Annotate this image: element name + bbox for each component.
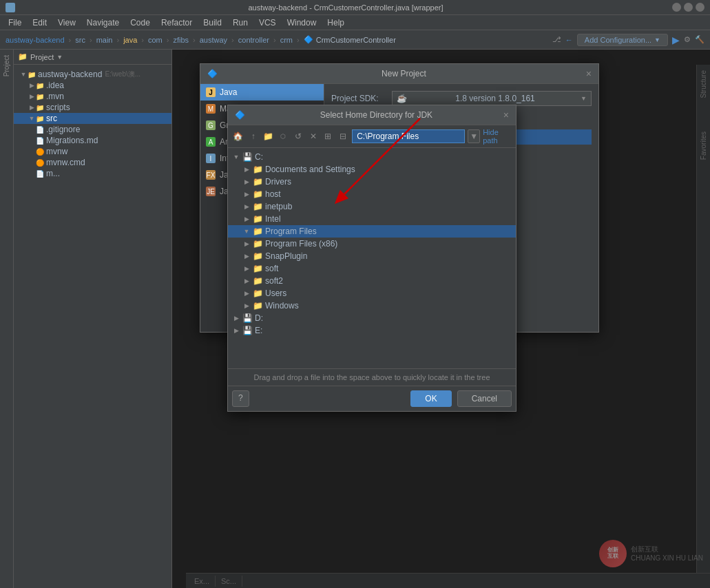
menu-view[interactable]: View [52, 17, 81, 29]
refresh-icon-button[interactable]: ↺ [292, 129, 304, 143]
jdk-close-button[interactable]: × [503, 109, 509, 120]
folder-program-files[interactable]: ▼ 📁 Program Files [228, 225, 516, 238]
nav-up-button[interactable]: ↑ [247, 129, 260, 143]
breadcrumb-root[interactable]: austway-backend [6, 36, 65, 44]
tree-item-gitignore[interactable]: 📄 .gitignore [14, 124, 171, 135]
project-title: Project [30, 53, 54, 61]
nav-home-button[interactable]: 🏠 [232, 129, 244, 143]
expand-icon: ▶ [242, 191, 251, 198]
android-icon: A [206, 137, 216, 147]
copy-button[interactable]: ⊞ [322, 129, 335, 143]
tree-item-label: scripts [46, 103, 70, 112]
menu-edit[interactable]: Edit [27, 17, 52, 29]
path-input[interactable] [352, 129, 465, 143]
breadcrumb-crm[interactable]: crm [280, 36, 293, 44]
nav-back-icon[interactable]: ← [565, 36, 573, 44]
refresh-button[interactable]: ⬡ [277, 129, 289, 143]
vcs-icon[interactable]: ⎇ [552, 35, 561, 44]
folder-label: Documents and Settings [265, 165, 355, 174]
jdk-title: Select Home Directory for JDK [320, 110, 432, 120]
folder-drivers[interactable]: ▶ 📁 Drivers [228, 176, 516, 188]
maximize-button[interactable] [684, 3, 693, 12]
chevron-down-icon: ▼ [581, 95, 587, 102]
breadcrumb-zfibs[interactable]: zfibs [173, 36, 189, 44]
folder-program-files-x86[interactable]: ▶ 📁 Program Files (x86) [228, 238, 516, 250]
folder-inetpub[interactable]: ▶ 📁 inetpub [228, 200, 516, 213]
breadcrumb-com[interactable]: com [148, 36, 163, 44]
hide-path-link[interactable]: Hide path [483, 128, 512, 145]
gradle-icon: G [206, 120, 216, 130]
new-project-close-button[interactable]: × [586, 68, 592, 79]
folder-label: Intel [265, 214, 281, 224]
menu-build[interactable]: Build [198, 17, 227, 29]
drive-c[interactable]: ▼ 💾 C: [228, 151, 516, 163]
build-button[interactable]: 🔨 [695, 35, 704, 44]
tree-root-label: austway-backend [38, 70, 102, 79]
tree-item-src[interactable]: ▼ 📁 src [14, 113, 171, 124]
tree-item-migrations[interactable]: 📄 Migrations.md [14, 135, 171, 146]
tree-item-pom[interactable]: 📄 m... [14, 168, 171, 179]
debug-button[interactable]: ⚙ [684, 35, 691, 44]
breadcrumb-austway[interactable]: austway [200, 36, 227, 44]
close-button[interactable] [696, 3, 704, 12]
java-icon: J [206, 87, 216, 97]
folder-host[interactable]: ▶ 📁 host [228, 188, 516, 200]
tree-item-label: .gitignore [46, 125, 80, 134]
tree-item-mvnw[interactable]: 🟠 mvnw [14, 146, 171, 157]
run-button[interactable]: ▶ [672, 34, 680, 45]
add-configuration-button[interactable]: Add Configuration... ▼ [577, 34, 668, 46]
tree-item-mvn[interactable]: ▶ 📁 .mvn [14, 91, 171, 102]
chevron-down-icon[interactable]: ▼ [56, 54, 63, 61]
tree-item-scripts[interactable]: ▶ 📁 scripts [14, 102, 171, 113]
expand-icon: ▶ [242, 240, 251, 247]
folder-intel[interactable]: ▶ 📁 Intel [228, 213, 516, 225]
tree-root-item[interactable]: ▼ 📁 austway-backend E:\web\澳... [14, 69, 171, 80]
project-type-java[interactable]: J Java [200, 84, 324, 101]
folder-soft2[interactable]: ▶ 📁 soft2 [228, 275, 516, 287]
menu-file[interactable]: File [3, 17, 27, 29]
file-icon: 📄 [36, 137, 44, 145]
file-icon: 🟠 [36, 148, 44, 156]
tree-item-mvnw-cmd[interactable]: 🟠 mvnw.cmd [14, 157, 171, 168]
expand-icon: ▶ [242, 277, 251, 284]
javafx-icon: FX [206, 170, 216, 180]
menu-code[interactable]: Code [125, 17, 156, 29]
help-button[interactable]: ? [232, 390, 249, 407]
tree-item-idea[interactable]: ▶ 📁 .idea [14, 80, 171, 91]
path-dropdown-button[interactable]: ▼ [468, 129, 480, 143]
menu-refactor[interactable]: Refactor [156, 17, 198, 29]
file-icon: 📄 [36, 170, 44, 178]
drive-d[interactable]: ▶ 💾 D: [228, 312, 516, 324]
jdk-ok-button[interactable]: OK [410, 390, 451, 407]
menu-vcs[interactable]: VCS [253, 17, 282, 29]
menu-window[interactable]: Window [282, 17, 322, 29]
menu-help[interactable]: Help [322, 17, 350, 29]
tree-item-label: m... [46, 169, 60, 178]
paste-button[interactable]: ⊟ [337, 129, 349, 143]
menu-navigate[interactable]: Navigate [81, 17, 125, 29]
breadcrumb-main[interactable]: main [96, 36, 113, 44]
drive-e[interactable]: ▶ 💾 E: [228, 324, 516, 337]
breadcrumb-java[interactable]: java [123, 36, 137, 44]
project-side-tab[interactable]: Project [1, 52, 12, 79]
delete-button[interactable]: ✕ [307, 129, 320, 143]
expand-icon: ▼ [19, 71, 28, 78]
folder-snapplugin[interactable]: ▶ 📁 SnapPlugin [228, 250, 516, 262]
expand-icon: ▶ [28, 104, 36, 111]
folder-documents[interactable]: ▶ 📁 Documents and Settings [228, 163, 516, 176]
folder-soft[interactable]: ▶ 📁 soft [228, 262, 516, 275]
jdk-icon: 🔷 [235, 110, 245, 120]
minimize-button[interactable] [672, 3, 681, 12]
new-folder-button[interactable]: 📁 [262, 129, 275, 143]
jdk-dialog: 🔷 Select Home Directory for JDK × 🏠 ↑ 📁 … [227, 105, 516, 412]
window-controls[interactable] [672, 3, 704, 12]
breadcrumb-controller[interactable]: controller [238, 36, 269, 44]
folder-users[interactable]: ▶ 📁 Users [228, 287, 516, 300]
breadcrumb-src[interactable]: src [75, 36, 85, 44]
breadcrumb-class[interactable]: CrmCustomerController [316, 36, 396, 44]
sdk-dropdown[interactable]: ☕ 1.8 version 1.8.0_161 ▼ [392, 91, 592, 106]
toolbar-right: ⎇ ← Add Configuration... ▼ ▶ ⚙ 🔨 [552, 34, 704, 46]
menu-run[interactable]: Run [227, 17, 253, 29]
jdk-cancel-button[interactable]: Cancel [457, 390, 512, 407]
folder-windows[interactable]: ▶ 📁 Windows [228, 300, 516, 312]
